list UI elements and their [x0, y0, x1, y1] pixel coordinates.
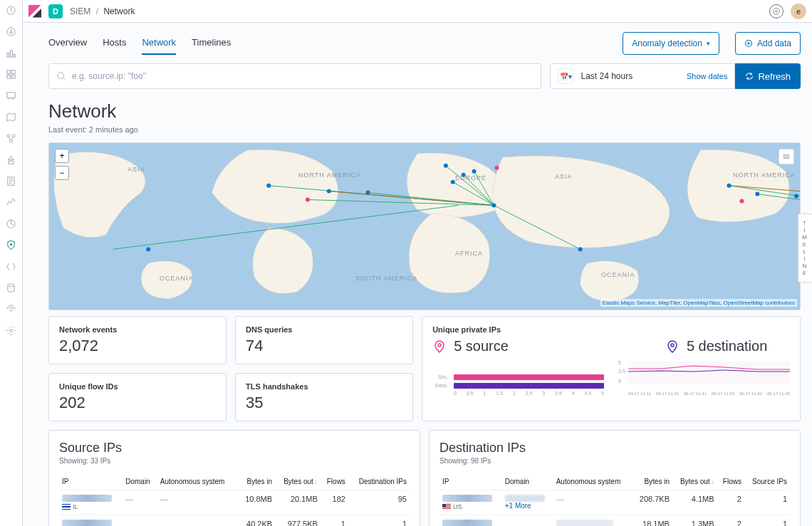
col-domain[interactable]: Domain — [502, 473, 553, 490]
left-nav-rail — [0, 0, 23, 526]
add-data-button[interactable]: Add data — [735, 32, 801, 55]
siem-icon[interactable] — [6, 239, 17, 251]
sort-desc-icon: ↓ — [712, 479, 714, 485]
map-label: ASIA — [555, 173, 573, 180]
ip-redacted — [442, 495, 492, 502]
recent-icon[interactable] — [6, 4, 17, 16]
management-icon[interactable] — [6, 325, 17, 336]
tab-network[interactable]: Network — [142, 31, 176, 55]
network-map[interactable]: ASIA NORTH AMERICA EUROPE AFRICA SOUTH A… — [48, 142, 801, 310]
stat-network-events: Network events2,072 — [48, 316, 227, 364]
svg-rect-4 — [14, 54, 15, 57]
svg-rect-3 — [11, 50, 13, 56]
monitor-icon[interactable] — [6, 303, 17, 315]
svg-point-39 — [794, 194, 798, 199]
map-pin-icon — [432, 340, 447, 354]
page-title: Network — [48, 100, 801, 122]
unique-private-ips-panel: Unique private IPs 5 source 5 destinatio… — [422, 316, 801, 421]
time-range-picker[interactable]: 📅▾ Last 24 hours Show dates — [550, 63, 735, 89]
breadcrumb-app[interactable]: SIEM — [70, 6, 90, 16]
svg-point-31 — [451, 180, 455, 184]
svg-point-27 — [365, 191, 370, 195]
source-ips-count: Showing: 33 IPs — [59, 457, 410, 465]
timeline-flyout-tab[interactable]: TIMELINE — [798, 214, 812, 283]
svg-point-19 — [776, 10, 778, 12]
more-link[interactable]: +1 More — [505, 502, 551, 510]
logs-icon[interactable] — [6, 175, 17, 186]
col-ip[interactable]: IP — [439, 473, 502, 490]
svg-point-32 — [491, 204, 496, 208]
time-range-label: Last 24 hours — [581, 71, 633, 81]
col-bytes-out[interactable]: Bytes out↓ — [672, 473, 717, 490]
svg-point-20 — [774, 8, 780, 14]
space-selector[interactable]: D — [48, 4, 63, 19]
country-flag: US — [442, 503, 499, 510]
col-bytes-in[interactable]: Bytes in — [633, 473, 672, 490]
col-flows[interactable]: Flows — [717, 473, 744, 490]
svg-point-16 — [8, 283, 14, 286]
visualize-icon[interactable] — [6, 47, 17, 58]
tab-timelines[interactable]: Timelines — [192, 31, 231, 55]
svg-point-22 — [58, 73, 64, 79]
as-redacted — [556, 520, 613, 526]
uptime-icon[interactable] — [6, 218, 17, 229]
stat-unique-flow-ids: Unique flow IDs202 — [48, 373, 227, 421]
col-bytes-in[interactable]: Bytes in — [238, 473, 276, 490]
table-row[interactable]: IL — — 10.8MB 20.1MB 182 95 — [59, 490, 410, 515]
map-label: EUROPE — [455, 174, 486, 182]
table-row[interactable]: US 40.2KB 977.5KB 1 1 — [59, 515, 410, 527]
show-dates-link[interactable]: Show dates — [687, 72, 727, 80]
canvas-icon[interactable] — [6, 90, 17, 101]
map-label: OCEANIA — [601, 271, 635, 278]
map-label: OCEANIA — [160, 275, 194, 282]
help-icon[interactable] — [769, 4, 784, 19]
map-connections-icon — [49, 143, 800, 310]
topbar: D SIEM / Network e — [23, 0, 812, 23]
chevron-down-icon: ▾ — [707, 40, 710, 47]
kibana-logo-icon[interactable] — [28, 5, 41, 18]
svg-rect-2 — [7, 53, 9, 57]
avatar[interactable]: e — [791, 4, 806, 19]
ml-icon[interactable] — [6, 132, 17, 144]
page-subtitle: Last event: 2 minutes ago — [48, 125, 801, 134]
svg-rect-9 — [7, 92, 15, 98]
col-ip[interactable]: IP — [59, 473, 123, 490]
col-as[interactable]: Autonomous system — [157, 473, 238, 490]
map-layers-button[interactable] — [779, 149, 794, 164]
zoom-in-button[interactable]: + — [55, 149, 69, 163]
devtools-icon[interactable] — [6, 261, 17, 272]
col-source-ips[interactable]: Source IPs — [744, 473, 790, 490]
unique-ips-line-chart: 5 3.5 0 09-17 11:4109-17 11:4109-17 11:4… — [618, 362, 790, 396]
table-row[interactable]: US +1 More — 208.7KB 4.1MB 2 1 — [439, 490, 790, 515]
map-label: SOUTH AMERICA — [355, 275, 418, 282]
metrics-icon[interactable] — [6, 154, 17, 165]
search-input[interactable]: e.g. source.ip: "foo" — [48, 63, 541, 89]
svg-point-26 — [327, 189, 331, 194]
stack-icon[interactable] — [6, 282, 17, 293]
col-bytes-out[interactable]: Bytes out↓ — [275, 473, 321, 490]
svg-point-17 — [11, 310, 12, 311]
discover-icon[interactable] — [6, 26, 17, 37]
tab-hosts[interactable]: Hosts — [103, 31, 126, 55]
breadcrumb: SIEM / Network — [70, 6, 135, 16]
apm-icon[interactable] — [6, 196, 17, 208]
ip-redacted — [62, 495, 112, 502]
map-zoom-controls: + − — [55, 149, 69, 183]
svg-point-12 — [10, 140, 13, 142]
table-row[interactable]: US 18.1MB 1.3MB 2 1 — [439, 515, 790, 527]
svg-rect-7 — [7, 75, 11, 78]
refresh-button[interactable]: Refresh — [735, 63, 801, 89]
col-dest-ips[interactable]: Destination IPs — [348, 473, 410, 490]
col-as[interactable]: Autonomous system — [553, 473, 633, 490]
svg-point-35 — [146, 247, 150, 251]
zoom-out-button[interactable]: − — [55, 166, 69, 180]
dashboard-icon[interactable] — [6, 68, 17, 80]
svg-point-37 — [739, 199, 744, 204]
stat-tls-handshakes: TLS handshakes35 — [235, 373, 413, 421]
tab-overview[interactable]: Overview — [48, 31, 87, 55]
svg-point-40 — [438, 344, 441, 347]
col-domain[interactable]: Domain — [123, 473, 157, 490]
maps-icon[interactable] — [6, 111, 17, 122]
anomaly-detection-button[interactable]: Anomaly detection▾ — [623, 32, 719, 55]
col-flows[interactable]: Flows — [321, 473, 348, 490]
